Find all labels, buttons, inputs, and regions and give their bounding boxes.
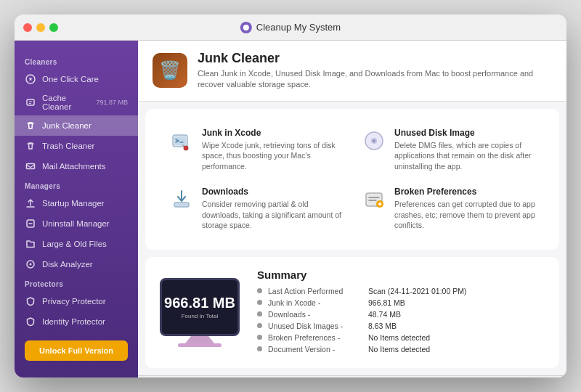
cleaners-section-label: Cleaners — [15, 52, 138, 69]
junk-in-xcode-title: Junk in Xcode — [202, 128, 344, 138]
large-old-files-label: Large & Old Files — [42, 240, 128, 248]
svg-rect-13 — [174, 203, 189, 207]
content-title: Junk Cleaner — [198, 51, 546, 66]
mail-icon — [25, 160, 36, 172]
downloads-description: Consider removing partial & old download… — [202, 199, 344, 231]
broken-preferences-description: Preferences can get corrupted due to app… — [394, 199, 536, 231]
summary-dot — [257, 311, 262, 317]
sidebar-item-privacy-protector[interactable]: Privacy Protector — [15, 291, 138, 311]
downloads-icon — [168, 187, 195, 213]
disk-analyzer-label: Disk Analyzer — [42, 260, 128, 269]
svg-point-12 — [373, 139, 375, 142]
summary-row-label: Unused Disk Images - — [268, 322, 362, 330]
cache-cleaner-label: Cache Cleaner — [42, 94, 90, 111]
preferences-icon — [361, 187, 387, 213]
sidebar: Cleaners One Click Care Cache — [15, 41, 138, 377]
junk-cleaner-icon: 🗑️ — [153, 53, 187, 88]
unused-disk-image-content: Unused Disk Image Delete DMG files, whic… — [394, 128, 536, 172]
summary-content: Summary Last Action Performed Scan (24-1… — [257, 269, 545, 356]
identity-shield-icon — [25, 316, 36, 327]
feature-grid: Junk in Xcode Wipe Xcode junk, retrievin… — [145, 109, 559, 250]
protectors-section-label: Protectors — [15, 274, 138, 291]
traffic-lights — [23, 23, 58, 32]
main-layout: Cleaners One Click Care Cache — [15, 41, 566, 377]
summary-row-value: Scan (24-11-2021 01:00 PM) — [368, 287, 466, 295]
summary-row: Last Action Performed Scan (24-11-2021 0… — [257, 287, 545, 295]
sidebar-item-uninstall-manager[interactable]: Uninstall Manager — [15, 213, 138, 234]
sidebar-item-junk-cleaner[interactable]: Junk Cleaner — [15, 115, 138, 136]
summary-dot — [257, 300, 262, 305]
sidebar-footer: Unlock Full Version — [15, 332, 138, 369]
sidebar-item-startup-manager[interactable]: Startup Manager — [15, 193, 138, 213]
bottom-bar: Scan Now — [138, 375, 566, 377]
summary-section: 966.81 MB Found In Total Summary Last Ac… — [145, 257, 559, 368]
title-bar-center: Cleanup My System — [240, 22, 341, 33]
sidebar-item-one-click-care[interactable]: One Click Care — [15, 69, 138, 89]
total-mb-label: Found In Total — [182, 313, 219, 319]
startup-icon — [25, 197, 36, 209]
broken-preferences-title: Broken Preferences — [394, 187, 536, 197]
unused-disk-image-title: Unused Disk Image — [394, 128, 536, 138]
svg-rect-3 — [27, 164, 35, 169]
junk-in-xcode-description: Wipe Xcode junk, retrieving tons of disk… — [202, 140, 344, 172]
summary-row-value: 48.74 MB — [368, 310, 401, 319]
summary-row: Document Version - No Items detected — [257, 345, 545, 354]
maximize-button[interactable] — [49, 23, 58, 32]
title-bar: Cleanup My System — [15, 15, 566, 41]
total-mb-value: 966.81 MB — [164, 295, 235, 311]
cache-cleaner-badge: 791.87 MB — [96, 99, 128, 106]
unlock-full-version-button[interactable]: Unlock Full Version — [25, 340, 128, 361]
uninstall-manager-label: Uninstall Manager — [42, 219, 128, 228]
trash-icon — [25, 140, 36, 152]
sidebar-item-large-old-files[interactable]: Large & Old Files — [15, 234, 138, 254]
monitor-base — [178, 343, 222, 347]
unused-disk-image-description: Delete DMG files, which are copies of ap… — [394, 140, 536, 172]
svg-point-6 — [30, 264, 32, 266]
feature-junk-in-xcode: Junk in Xcode Wipe Xcode junk, retrievin… — [160, 121, 352, 179]
svg-point-0 — [243, 25, 249, 30]
privacy-protector-label: Privacy Protector — [42, 297, 128, 306]
summary-row-label: Document Version - — [268, 345, 362, 354]
disk-icon — [25, 258, 36, 270]
summary-row: Broken Preferences - No Items detected — [257, 333, 545, 342]
summary-dot — [257, 346, 262, 351]
sidebar-item-identity-protector[interactable]: Identity Protector — [15, 311, 138, 332]
sidebar-item-cache-cleaner[interactable]: Cache Cleaner 791.87 MB — [15, 89, 138, 115]
close-button[interactable] — [23, 23, 32, 32]
startup-manager-label: Startup Manager — [42, 199, 128, 208]
files-icon — [25, 238, 36, 250]
summary-row-value: 966.81 MB — [368, 298, 405, 307]
managers-section-label: Managers — [15, 176, 138, 193]
sidebar-item-disk-analyzer[interactable]: Disk Analyzer — [15, 254, 138, 274]
summary-row-label: Last Action Performed — [268, 287, 362, 295]
feature-unused-disk-image: Unused Disk Image Delete DMG files, whic… — [352, 121, 545, 179]
summary-row-value: 8.63 MB — [368, 322, 397, 330]
one-click-care-label: One Click Care — [42, 75, 128, 83]
svg-rect-2 — [27, 99, 34, 105]
minimize-button[interactable] — [36, 23, 45, 32]
monitor-stand — [185, 336, 214, 343]
downloads-content: Downloads Consider removing partial & ol… — [202, 187, 344, 231]
junk-in-xcode-content: Junk in Xcode Wipe Xcode junk, retrievin… — [202, 128, 344, 172]
junk-icon — [25, 120, 36, 131]
window-title: Cleanup My System — [256, 22, 341, 33]
summary-rows: Last Action Performed Scan (24-11-2021 0… — [257, 287, 545, 354]
summary-row-label: Downloads - — [268, 310, 362, 319]
content-header-text: Junk Cleaner Clean Junk in Xcode, Unused… — [198, 51, 546, 91]
summary-row: Unused Disk Images - 8.63 MB — [257, 322, 545, 330]
content-description: Clean Junk in Xcode, Unused Disk Image, … — [198, 68, 546, 91]
sidebar-item-mail-attachments[interactable]: Mail Attachments — [15, 156, 138, 176]
sidebar-item-trash-cleaner[interactable]: Trash Cleaner — [15, 136, 138, 156]
junk-cleaner-label: Junk Cleaner — [42, 121, 128, 130]
content-area: 🗑️ Junk Cleaner Clean Junk in Xcode, Unu… — [138, 41, 566, 377]
svg-point-9 — [184, 146, 188, 150]
cache-icon — [25, 97, 36, 108]
content-header: 🗑️ Junk Cleaner Clean Junk in Xcode, Unu… — [138, 41, 566, 102]
summary-row-label: Junk in Xcode - — [268, 298, 362, 307]
monitor-screen: 966.81 MB Found In Total — [160, 278, 240, 336]
downloads-title: Downloads — [202, 187, 344, 197]
summary-row: Junk in Xcode - 966.81 MB — [257, 298, 545, 307]
summary-title: Summary — [257, 269, 545, 281]
disk-image-icon — [361, 128, 387, 154]
summary-monitor: 966.81 MB Found In Total — [160, 278, 240, 347]
